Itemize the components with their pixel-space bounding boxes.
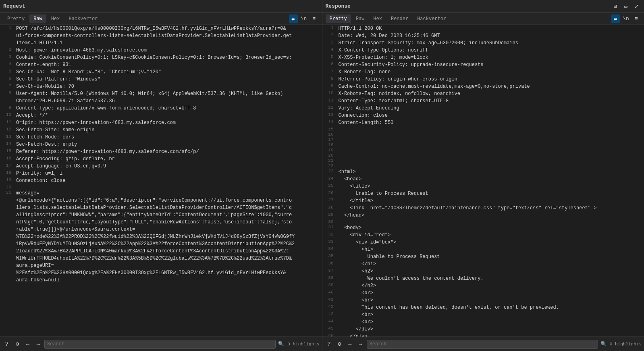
response-toolbar: ⇌ \n ≡: [611, 14, 641, 23]
tab-response-raw[interactable]: Raw: [352, 14, 369, 23]
code-line: 2Date: Wed, 20 Dec 2023 16:25:46 GMT: [322, 32, 644, 39]
code-line: ui-force-components-controllers-lists-se…: [0, 32, 322, 39]
code-line: 8User-Agent: Mozilla/5.0 (Windows NT 10.…: [0, 90, 322, 97]
line-number: [0, 248, 15, 255]
line-content: [337, 147, 644, 153]
code-line: <@urlencode>{"actions":[{"id":"6;a","des…: [0, 197, 322, 204]
code-line: 6Sec-Ch-Ua-Platform: "Windows": [0, 76, 322, 83]
line-content: [337, 158, 644, 163]
response-highlights-badge: 0 highlights: [610, 342, 642, 347]
response-window-btn[interactable]: ▭: [621, 2, 630, 11]
response-title: Response: [326, 3, 351, 9]
code-line: 37 <h2>: [322, 268, 644, 275]
code-line: 39 </h2>: [322, 282, 644, 289]
tab-response-render[interactable]: Render: [387, 14, 412, 23]
line-content: X-XSS-Protection: 1; mode=block: [337, 54, 644, 61]
line-number: [0, 197, 15, 204]
request-wrap-btn[interactable]: ⇌: [289, 14, 298, 23]
code-line: 5Sec-Ch-Ua: "Not_A Brand";v="8", "Chromi…: [0, 68, 322, 76]
line-content: aura.pageURI=: [15, 262, 322, 269]
line-number: 17: [322, 137, 337, 142]
line-content: Cookie: CookieConsentPolicy=0:1; LSKey-c…: [15, 54, 322, 61]
line-content: <@urlencode>{"actions":[{"id":"6;a","des…: [15, 197, 322, 204]
request-search-icon: 🔍: [278, 341, 284, 347]
response-search-input[interactable]: [367, 340, 598, 349]
code-line: 8Referrer-Policy: origin-when-cross-orig…: [322, 76, 644, 83]
line-number: 8: [0, 90, 15, 97]
line-content: Unable to Process Request: [337, 190, 644, 197]
line-number: 12: [322, 105, 337, 112]
line-content: Priority: u=1, i: [15, 170, 322, 177]
code-line: 36 </hi>: [322, 260, 644, 268]
line-number: 11: [322, 97, 337, 105]
line-number: 7: [0, 83, 15, 90]
code-line: 33 <div id="box">: [322, 239, 644, 246]
response-settings-btn[interactable]: ⚙: [335, 340, 344, 349]
line-content: <hi>: [337, 246, 644, 253]
line-content: <link href="/dCSS/Theme2/default/mainten…: [337, 204, 644, 212]
line-content: Accept: */*: [15, 112, 322, 119]
response-wrap-btn[interactable]: ⇌: [611, 14, 620, 23]
request-search-input[interactable]: [44, 340, 276, 349]
line-content: </div>: [337, 326, 644, 333]
code-line: 32 <div id="red">: [322, 231, 644, 239]
code-line: 10X-Robots-Tag: noindex, nofollow, noarc…: [322, 90, 644, 97]
code-line: 12Vary: Accept-Encoding: [322, 105, 644, 112]
code-line: %2Fsfc%2Fp%2F%23Hs00001Qoxg%2Fa%2FHs0000…: [0, 269, 322, 277]
tab-request-hex[interactable]: Hex: [47, 14, 64, 23]
line-number: 22: [322, 163, 337, 168]
line-content: [337, 126, 644, 132]
line-number: 24: [322, 176, 337, 183]
response-help-btn[interactable]: ?: [325, 340, 334, 349]
code-line: 3Cookie: CookieConsentPolicy=0:1; LSKey-…: [0, 54, 322, 61]
response-grid-btn[interactable]: ⊞: [611, 2, 620, 11]
tab-response-hex[interactable]: Hex: [369, 14, 386, 23]
line-number: 38: [322, 275, 337, 282]
request-settings-btn[interactable]: ⚙: [13, 340, 22, 349]
tab-request-raw[interactable]: Raw: [29, 14, 46, 23]
line-number: 14: [322, 119, 337, 126]
line-content: <br>: [337, 289, 644, 297]
line-number: 11: [0, 119, 15, 126]
line-number: 42: [322, 304, 337, 311]
line-number: [0, 204, 15, 211]
line-content: User-Agent: Mozilla/5.0 (Windows NT 10.0…: [15, 90, 322, 97]
line-number: 23: [322, 168, 337, 176]
tab-response-hackvertor[interactable]: Hackvertor: [413, 14, 450, 23]
line-content: Items=1 HTTP/1.1: [15, 39, 322, 47]
line-number: [0, 240, 15, 248]
line-content: This content has been deleted, doesn't e…: [337, 304, 644, 311]
line-number: 28: [322, 204, 337, 212]
tab-request-hackvertor[interactable]: Hackvertor: [64, 14, 102, 23]
request-help-btn[interactable]: ?: [2, 340, 11, 349]
line-content: <div id="box">: [337, 239, 644, 246]
line-number: 33: [322, 239, 337, 246]
code-line: 2loaded%22%3A%7B%22APPLICATION%40markup%…: [0, 248, 322, 255]
request-forward-btn[interactable]: →: [34, 340, 43, 349]
response-forward-btn[interactable]: →: [356, 340, 365, 349]
tab-response-pretty[interactable]: Pretty: [326, 14, 351, 23]
response-detach-btn[interactable]: ⤢: [632, 2, 641, 11]
request-back-btn[interactable]: ←: [23, 340, 32, 349]
line-number: 29: [322, 212, 337, 219]
line-content: <title>: [337, 183, 644, 190]
line-content: HTTP/1.1 200 OK: [337, 25, 644, 32]
code-line: 19: [322, 147, 644, 153]
code-line: 24 <head>: [322, 176, 644, 183]
line-content: [337, 219, 644, 224]
request-ln-btn[interactable]: \n: [299, 14, 308, 23]
line-content: Date: Wed, 20 Dec 2023 16:25:46 GMT: [337, 32, 644, 39]
line-number: [0, 97, 15, 105]
response-back-btn[interactable]: ←: [346, 340, 355, 349]
code-line: 29 </head>: [322, 212, 644, 219]
code-line: 2Host: power-innovation-4683.my.salesfor…: [0, 47, 322, 54]
response-ln-btn[interactable]: \n: [621, 14, 630, 23]
code-line: 18Priority: u=1, i: [0, 170, 322, 177]
line-number: 19: [322, 147, 337, 153]
line-number: [0, 269, 15, 277]
request-menu-btn[interactable]: ≡: [310, 14, 319, 23]
response-menu-btn[interactable]: ≡: [632, 14, 641, 23]
line-content: Content-Length: 931: [15, 61, 322, 68]
tab-request-pretty[interactable]: Pretty: [3, 14, 29, 23]
code-line: %7B%22mode%22%3A%22PROD%22%2C%22fwuid%22…: [0, 233, 322, 240]
